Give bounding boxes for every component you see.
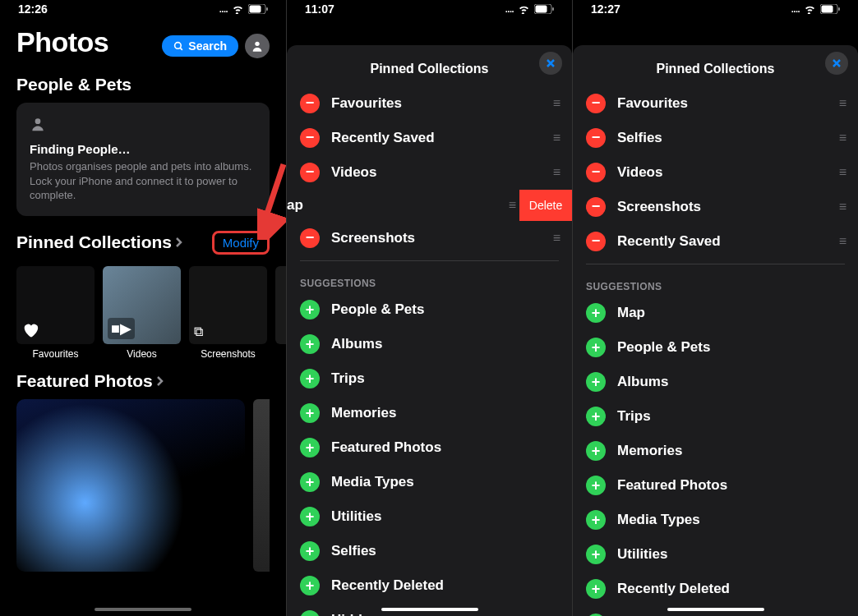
add-button[interactable]: + bbox=[586, 441, 606, 461]
add-button[interactable]: + bbox=[300, 300, 320, 319]
wifi-icon bbox=[518, 5, 530, 14]
pinned-collections-heading[interactable]: Pinned Collections Modify bbox=[0, 221, 286, 260]
profile-button[interactable] bbox=[245, 34, 270, 58]
search-icon bbox=[173, 41, 184, 52]
reorder-handle-icon[interactable]: ≡ bbox=[839, 165, 845, 180]
pinned-row[interactable]: − Recently Saved ≡ bbox=[573, 224, 858, 259]
card-body: Photos organises people and pets into al… bbox=[30, 159, 256, 203]
reorder-handle-icon[interactable]: ≡ bbox=[839, 234, 845, 249]
plus-icon: + bbox=[306, 406, 315, 421]
delete-button[interactable]: Delete bbox=[519, 190, 572, 221]
add-button[interactable]: + bbox=[300, 610, 320, 616]
reorder-handle-icon[interactable]: ≡ bbox=[553, 231, 559, 246]
pinned-row[interactable]: − Videos ≡ bbox=[287, 155, 572, 190]
suggestion-row[interactable]: + Recently Deleted bbox=[287, 568, 572, 603]
suggestion-row[interactable]: + Selfies bbox=[287, 534, 572, 568]
featured-photos-heading[interactable]: Featured Photos bbox=[0, 361, 286, 396]
pinned-row[interactable]: − Favourites ≡ bbox=[287, 86, 572, 121]
row-label: Albums bbox=[617, 374, 845, 390]
row-label: Albums bbox=[331, 336, 559, 352]
remove-button[interactable]: − bbox=[300, 94, 320, 113]
add-button[interactable]: + bbox=[586, 338, 606, 357]
remove-button[interactable]: − bbox=[300, 163, 320, 182]
add-button[interactable]: + bbox=[586, 303, 606, 323]
add-button[interactable]: + bbox=[586, 476, 606, 495]
reorder-handle-icon[interactable]: ≡ bbox=[839, 96, 845, 111]
suggestion-row[interactable]: + Map bbox=[573, 296, 858, 330]
pinned-collections-sheet: Pinned Collections − Favourites ≡ − Rece… bbox=[287, 45, 572, 616]
remove-button[interactable]: − bbox=[586, 197, 606, 217]
pinned-row[interactable]: − Screenshots ≡ bbox=[287, 221, 572, 255]
add-button[interactable]: + bbox=[300, 369, 320, 388]
row-label: People & Pets bbox=[331, 301, 559, 318]
add-button[interactable]: + bbox=[300, 438, 320, 457]
pinned-thumb-favourites[interactable]: Favourites bbox=[16, 266, 95, 360]
pinned-row[interactable]: − Screenshots ≡ bbox=[573, 190, 858, 224]
remove-button[interactable]: − bbox=[586, 232, 606, 251]
plus-icon: + bbox=[306, 475, 315, 490]
suggestion-row[interactable]: + Featured Photos bbox=[573, 468, 858, 503]
reorder-handle-icon[interactable]: ≡ bbox=[509, 198, 514, 213]
search-button[interactable]: Search bbox=[162, 35, 238, 57]
add-button[interactable]: + bbox=[300, 507, 320, 526]
suggestion-row[interactable]: + Featured Photos bbox=[287, 430, 572, 465]
add-button[interactable]: + bbox=[586, 579, 606, 599]
add-button[interactable]: + bbox=[586, 372, 606, 392]
home-indicator[interactable] bbox=[667, 608, 764, 611]
close-button[interactable] bbox=[825, 52, 848, 75]
add-button[interactable]: + bbox=[300, 472, 320, 492]
suggestion-row[interactable]: + Trips bbox=[287, 361, 572, 396]
pinned-thumb-4[interactable]: R bbox=[275, 266, 286, 360]
svg-rect-9 bbox=[552, 7, 554, 11]
pinned-row[interactable]: − Videos ≡ bbox=[573, 155, 858, 190]
modify-button[interactable]: Modify bbox=[212, 231, 270, 255]
add-button[interactable]: + bbox=[300, 541, 320, 561]
remove-button[interactable]: − bbox=[586, 163, 606, 182]
add-button[interactable]: + bbox=[300, 576, 320, 595]
remove-button[interactable]: − bbox=[586, 128, 606, 148]
suggestion-row[interactable]: + Trips bbox=[573, 399, 858, 434]
remove-button[interactable]: − bbox=[300, 228, 320, 248]
suggestion-row[interactable]: + Albums bbox=[573, 365, 858, 399]
featured-photo-2[interactable] bbox=[253, 399, 270, 572]
suggestion-row[interactable]: + Utilities bbox=[287, 499, 572, 534]
suggestion-row[interactable]: + Utilities bbox=[573, 537, 858, 572]
home-indicator[interactable] bbox=[381, 608, 478, 611]
add-button[interactable]: + bbox=[586, 545, 606, 564]
remove-button[interactable]: − bbox=[300, 128, 320, 148]
suggestion-row[interactable]: + People & Pets bbox=[287, 292, 572, 327]
close-button[interactable] bbox=[539, 52, 562, 75]
reorder-handle-icon[interactable]: ≡ bbox=[553, 131, 559, 145]
pinned-row[interactable]: − Recently Saved ≡ bbox=[287, 121, 572, 155]
reorder-handle-icon[interactable]: ≡ bbox=[839, 131, 845, 145]
suggestion-row[interactable]: + Memories bbox=[287, 396, 572, 430]
reorder-handle-icon[interactable]: ≡ bbox=[553, 96, 559, 111]
row-label: Recently Deleted bbox=[331, 577, 559, 594]
reorder-handle-icon[interactable]: ≡ bbox=[839, 200, 845, 214]
pinned-row-swiped[interactable]: ap ≡ Delete bbox=[287, 190, 572, 221]
home-indicator[interactable] bbox=[95, 608, 191, 611]
add-button[interactable]: + bbox=[586, 510, 606, 530]
pinned-thumb-screenshots[interactable]: ⧉ Screenshots bbox=[189, 266, 267, 360]
suggestion-row[interactable]: + People & Pets bbox=[573, 330, 858, 365]
add-button[interactable]: + bbox=[300, 403, 320, 423]
status-bar: 12:27 .... bbox=[573, 0, 858, 18]
suggestion-row[interactable]: + Media Types bbox=[287, 465, 572, 499]
featured-photos-row bbox=[0, 396, 286, 575]
suggestion-row[interactable]: + Memories bbox=[573, 434, 858, 468]
pinned-row[interactable]: − Selfies ≡ bbox=[573, 121, 858, 155]
suggestion-row[interactable]: + Albums bbox=[287, 327, 572, 361]
remove-button[interactable]: − bbox=[586, 94, 606, 113]
featured-photo-1[interactable] bbox=[16, 399, 245, 572]
page-title: Photos bbox=[16, 26, 108, 58]
add-button[interactable]: + bbox=[586, 407, 606, 426]
people-pets-heading[interactable]: People & Pets bbox=[0, 65, 286, 99]
pinned-thumb-videos[interactable]: ■▶ Videos bbox=[103, 266, 181, 360]
row-label: Recently Saved bbox=[331, 130, 542, 146]
add-button[interactable]: + bbox=[300, 334, 320, 354]
reorder-handle-icon[interactable]: ≡ bbox=[553, 165, 559, 180]
phone-1-photos-home: 12:26 .... Photos Search People & Pets F… bbox=[0, 0, 286, 616]
suggestion-row[interactable]: + Media Types bbox=[573, 503, 858, 537]
pinned-row[interactable]: − Favourites ≡ bbox=[573, 86, 858, 121]
suggestion-row[interactable]: + Recently Deleted bbox=[573, 572, 858, 606]
